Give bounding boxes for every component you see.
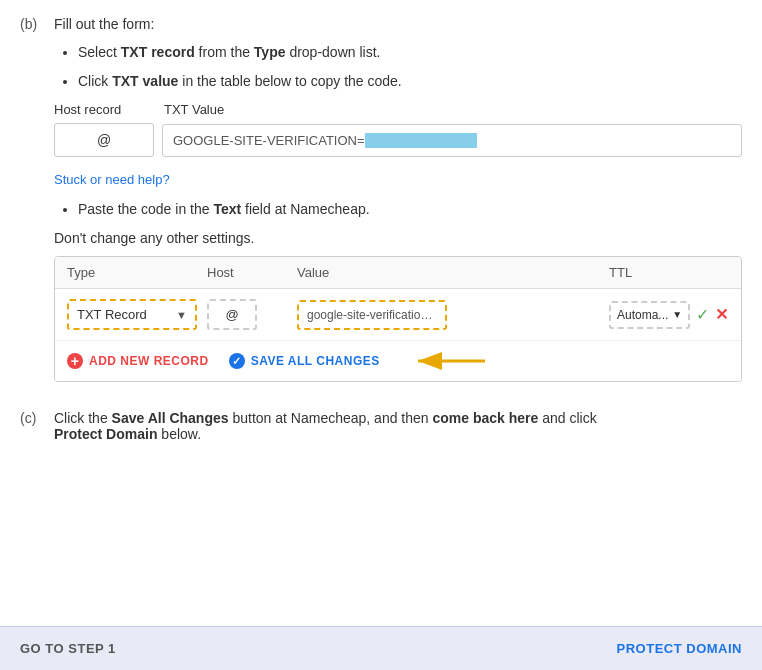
ttl-value: Automa...	[617, 308, 668, 322]
namecheap-table: Type Host Value TTL TXT Record ▼ @	[54, 256, 742, 382]
type-cell: TXT Record ▼	[67, 299, 207, 330]
type-select[interactable]: TXT Record ▼	[67, 299, 197, 330]
bullet-1-bold1: TXT record	[121, 44, 195, 60]
come-back-bold: come back here	[433, 410, 539, 426]
go-to-step-button[interactable]: GO TO STEP 1	[20, 641, 116, 656]
type-dropdown-arrow: ▼	[176, 309, 187, 321]
txt-prefix: GOOGLE-SITE-VERIFICATION=	[173, 133, 365, 148]
col-value-header: Value	[297, 265, 609, 280]
paste-bullet-list: Paste the code in the Text field at Name…	[54, 199, 742, 220]
check-icon[interactable]: ✓	[696, 305, 709, 324]
host-label: Host record	[54, 102, 164, 117]
host-value[interactable]: @	[207, 299, 257, 330]
bullet-2-bold: TXT value	[112, 73, 178, 89]
help-link[interactable]: Stuck or need help?	[54, 172, 170, 187]
bullet-1: Select TXT record from the Type drop-dow…	[78, 42, 742, 63]
txt-label: TXT Value	[164, 102, 742, 117]
bullet-1-bold2: Type	[254, 44, 286, 60]
type-value: TXT Record	[77, 307, 176, 322]
field-inputs-row: @ GOOGLE-SITE-VERIFICATION=	[54, 123, 742, 157]
ttl-select[interactable]: Automa... ▼	[609, 301, 690, 329]
close-icon[interactable]: ✕	[715, 305, 728, 324]
protect-domain-bold: Protect Domain	[54, 426, 157, 442]
save-icon: ✓	[229, 353, 245, 369]
section-c-label: (c)	[20, 410, 44, 426]
bottom-bar: GO TO STEP 1 PROTECT DOMAIN	[0, 626, 762, 670]
ttl-cell: Automa... ▼ ✓ ✕	[609, 301, 729, 329]
table-header: Type Host Value TTL	[55, 257, 741, 289]
table-row: TXT Record ▼ @ google-site-verification=…	[55, 289, 741, 341]
col-ttl-header: TTL	[609, 265, 729, 280]
add-new-label: ADD NEW RECORD	[89, 354, 209, 368]
txt-highlight	[365, 133, 477, 148]
field-labels-row: Host record TXT Value	[54, 102, 742, 117]
paste-instruction: Paste the code in the Text field at Name…	[78, 199, 742, 220]
section-b-intro: Fill out the form:	[54, 16, 742, 32]
save-all-changes-button[interactable]: ✓ SAVE ALL CHANGES	[229, 353, 380, 369]
section-c-text: Click the Save All Changes button at Nam…	[54, 410, 742, 442]
save-all-label: SAVE ALL CHANGES	[251, 354, 380, 368]
paste-bold: Text	[213, 201, 241, 217]
section-b-label: (b)	[20, 16, 44, 32]
table-footer: + ADD NEW RECORD ✓ SAVE ALL CHANGES	[55, 341, 741, 381]
bullet-list: Select TXT record from the Type drop-dow…	[54, 42, 742, 92]
value-field[interactable]: google-site-verification=z	[297, 300, 447, 330]
arrow-indicator	[410, 351, 490, 371]
txt-value-field[interactable]: GOOGLE-SITE-VERIFICATION=	[162, 124, 742, 157]
col-type-header: Type	[67, 265, 207, 280]
ttl-dropdown-arrow: ▼	[672, 309, 682, 320]
add-new-record-button[interactable]: + ADD NEW RECORD	[67, 353, 209, 369]
save-all-changes-bold: Save All Changes	[112, 410, 229, 426]
bullet-2: Click TXT value in the table below to co…	[78, 71, 742, 92]
value-cell: google-site-verification=z	[297, 300, 609, 330]
add-icon: +	[67, 353, 83, 369]
host-cell: @	[207, 299, 297, 330]
protect-domain-button[interactable]: PROTECT DOMAIN	[617, 641, 742, 656]
dont-change-text: Don't change any other settings.	[54, 230, 742, 246]
host-input[interactable]: @	[54, 123, 154, 157]
col-host-header: Host	[207, 265, 297, 280]
section-c: (c) Click the Save All Changes button at…	[20, 410, 742, 452]
section-c-body: Click the Save All Changes button at Nam…	[54, 410, 742, 452]
